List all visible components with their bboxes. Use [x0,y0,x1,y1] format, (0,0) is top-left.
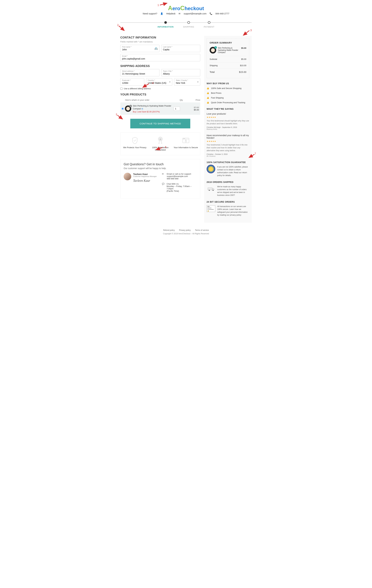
step-shipping[interactable]: SHIPPING [183,21,194,28]
guarantee-text: If you are not 100% satisfied, please co… [217,166,249,177]
first-name-input[interactable] [122,48,158,51]
products-sub: Here's what's in your order [120,99,175,101]
postcode-field[interactable]: Postcode * [120,78,144,85]
svg-rect-21 [185,141,186,142]
why-item: Quick Order Processing and Tracking [211,101,245,104]
signature: Tavleen Kaur [133,179,157,183]
testimonial-heading: Love your products! [207,113,249,115]
contact-icon: 📇 [155,47,158,50]
van-icon [207,185,215,192]
shield-icon [122,136,147,144]
testimonial-role: Air Hostess [207,155,249,157]
product-promo: Buy 1 and Save $2.00 (28.57%) [133,111,174,113]
city-input[interactable] [163,73,199,75]
qty-input[interactable] [174,107,180,111]
helpdesk-link[interactable]: Helpdesk [166,12,176,15]
last-name-field[interactable]: Last name * [161,45,200,52]
footer-link-privacy[interactable]: Privacy policy [179,229,191,231]
thumb-icon: 👍 [207,92,209,94]
why-item: Best Prices [211,92,221,94]
guarantee-title: 100% SATISFACTION GUARANTEE [207,161,249,164]
city-field[interactable]: Town / City * [161,69,200,76]
svg-rect-22 [208,188,212,190]
secure-text: All transactions on our servers are 100%… [217,205,249,216]
contact-box-title: Got Questions? Get in touch [124,162,197,166]
postcode-input[interactable] [122,82,143,84]
product-name: Skin Perfecting & Hydrating Matte Powder… [133,105,171,110]
mail-icon: ✉ [162,173,165,180]
cm-title: Chat With Us [166,183,197,185]
support-phone[interactable]: 844-440-2777 [216,12,229,15]
support-bar: Need support? 👤 Helpdesk ✉ support@examp… [120,12,252,15]
billing-label: Use a different billing address [124,87,151,90]
logo-text: heckout [185,6,204,11]
footer-link-refund[interactable]: Refund policy [163,229,175,231]
trust-text: 100% Satisfaction Guaranteed [147,146,173,151]
footer-link-terms[interactable]: Terms of service [195,229,209,231]
annotation-7: 7 [255,152,256,155]
qty-badge: 1 [129,105,132,107]
testimonial-date: October 3, 2018 [215,153,227,155]
field-label: Street address * [122,70,158,72]
why-title: WHY BUY FROM US [207,82,249,85]
lock-window-icon [173,136,198,144]
person-role: Customer Happiness Manager [133,175,157,177]
svg-point-19 [184,138,184,139]
testimonial-date: September 8, 2018 [222,126,237,128]
orders-title: 2618 ORDERS SHIPPED [207,181,249,183]
step-payment[interactable]: PAYMENT [204,21,215,28]
user-icon: 👤 [160,12,163,15]
logo-letter: C [180,5,185,11]
chat-icon: 💬 [162,183,165,192]
step-information[interactable]: INFORMATION [157,21,174,28]
trust-badges: We Protects Your Privacy 100% Satisfacti… [120,132,200,155]
order-summary: ORDER SUMMARY 1 Skin Perfecting & Hydrat… [207,38,249,78]
testimonial-role: Makeup Artist [207,128,249,130]
subtotal-val: $5.00 [241,58,246,60]
field-label: Town / City * [163,70,199,72]
annotation-2: 2 [117,24,119,27]
shipping-label: Shipping [210,64,218,67]
support-email[interactable]: support@example.com [184,12,207,15]
total-val: $15.00 [239,71,246,73]
phone-icon: 📞 [210,12,212,15]
step-label: SHIPPING [183,26,194,28]
ssl-badge-icon: SSLSecureConnection 🔒 [207,205,215,212]
contact-title: CONTACT INFORMATION [120,36,200,39]
shipping-title: SHIPPING ADDRESS [120,64,200,68]
logo-letter: A [168,5,172,11]
cm-line: 999-999-999 [167,178,191,180]
chevron-down-icon: ▾ [169,80,170,84]
summary-item-name: Skin Perfecting & Hydrating Matte Powder… [218,47,239,53]
first-name-field[interactable]: First name * 📇 [120,45,159,52]
email-field[interactable]: Email * [120,54,200,61]
continue-button[interactable]: CONTINUE TO SHIPPING METHOD [130,119,190,128]
thumb-icon: 👍 [207,87,209,89]
ribbon-icon [147,136,173,144]
svg-point-18 [183,138,184,139]
product-radio[interactable] [122,108,124,110]
svg-point-20 [185,138,185,139]
country-field[interactable]: Country * ▾ [146,78,172,85]
summary-item-price: $5.00 [241,47,246,49]
street-input[interactable] [122,73,158,75]
svg-line-5 [243,31,249,35]
state-field[interactable]: State / County * ▾ [174,78,200,85]
contact-box: Got Questions? Get in touch Our customer… [120,159,200,198]
billing-checkbox[interactable] [120,88,123,90]
last-name-input[interactable] [163,48,199,51]
orders-text: We've made as many happy customers as th… [217,185,249,197]
state-select[interactable] [176,82,198,84]
country-select[interactable] [148,82,170,84]
testimonial-heading: Have recommended your makeup to all my f… [207,134,249,139]
chevron-down-icon: ▾ [197,80,198,84]
copyright: Copyright © 2019 AeroCheckout – All Righ… [120,232,252,235]
mail-icon: ✉ [179,12,180,15]
external-link-icon[interactable]: ⧉ [142,108,143,110]
price-old: $7.00 [186,106,199,109]
email-input[interactable] [122,57,198,60]
svg-point-23 [209,190,210,191]
street-field[interactable]: Street address * [120,69,159,76]
product-row: 1 Skin Perfecting & Hydrating Matte Powd… [120,102,200,115]
satisfaction-badge-icon [207,166,215,173]
